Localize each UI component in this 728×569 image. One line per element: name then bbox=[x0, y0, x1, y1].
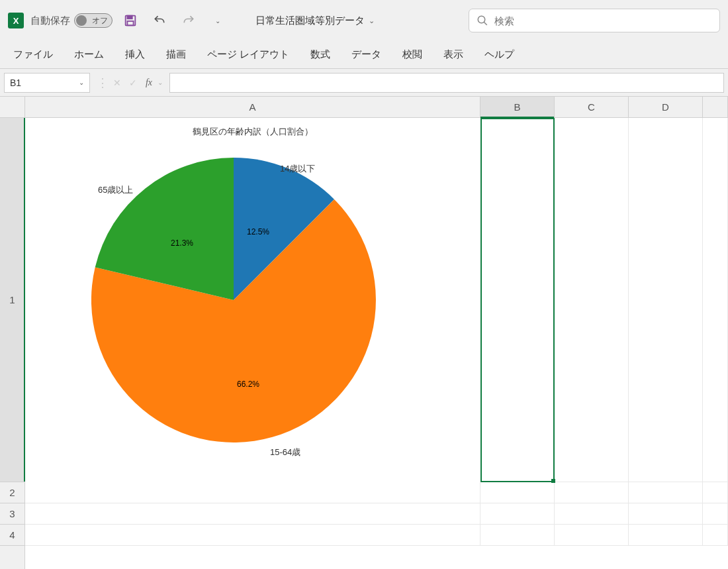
cancel-formula-button[interactable]: ✕ bbox=[110, 76, 124, 90]
cell-E3[interactable] bbox=[703, 503, 728, 524]
cell-C1[interactable] bbox=[555, 118, 629, 482]
cell-B3[interactable] bbox=[480, 503, 555, 524]
chart-data-label-65over: 21.3% bbox=[171, 238, 193, 248]
tab-draw[interactable]: 描画 bbox=[156, 42, 197, 68]
fx-button[interactable]: fx bbox=[142, 76, 156, 90]
select-all-corner[interactable] bbox=[0, 97, 25, 118]
cell-C3[interactable] bbox=[555, 503, 629, 524]
chart-title: 鶴見区の年齢内訳（人口割合） bbox=[33, 126, 473, 138]
cell-C4[interactable] bbox=[555, 525, 629, 545]
column-header-C[interactable]: C bbox=[555, 97, 629, 117]
row-header-3[interactable]: 3 bbox=[0, 503, 24, 525]
name-box[interactable]: B1 ⌄ bbox=[4, 73, 90, 93]
autosave-label: 自動保存 bbox=[30, 15, 70, 27]
chevron-down-icon: ⌄ bbox=[215, 17, 220, 25]
chart-data-label-15-64: 66.2% bbox=[237, 380, 259, 389]
filename-button[interactable]: 日常生活圏域等別データ ⌄ bbox=[255, 15, 375, 27]
enter-formula-button[interactable]: ✓ bbox=[126, 76, 140, 90]
tab-review[interactable]: 校閲 bbox=[392, 42, 433, 68]
svg-point-3 bbox=[478, 16, 485, 23]
cell-A4[interactable] bbox=[25, 525, 480, 545]
ribbon-tabs: ファイル ホーム 挿入 描画 ページ レイアウト 数式 データ 校閲 表示 ヘル… bbox=[0, 41, 728, 69]
cell-A2[interactable] bbox=[25, 482, 480, 503]
autosave-toggle[interactable]: オフ bbox=[74, 13, 113, 28]
cell-E2[interactable] bbox=[703, 482, 728, 503]
cell-A3[interactable] bbox=[25, 503, 480, 524]
tab-insert[interactable]: 挿入 bbox=[114, 42, 156, 68]
chevron-down-icon: ⌄ bbox=[369, 17, 375, 25]
tab-formulas[interactable]: 数式 bbox=[300, 42, 341, 68]
cell-B2[interactable] bbox=[480, 482, 555, 503]
chart-data-label-14under: 12.5% bbox=[247, 227, 269, 236]
search-input[interactable] bbox=[469, 9, 720, 32]
tab-page-layout[interactable]: ページ レイアウト bbox=[197, 42, 300, 68]
cell-C2[interactable] bbox=[555, 482, 629, 503]
undo-button[interactable] bbox=[148, 9, 171, 32]
tab-help[interactable]: ヘルプ bbox=[474, 42, 525, 68]
tab-home[interactable]: ホーム bbox=[64, 42, 114, 68]
cell-D3[interactable] bbox=[629, 503, 703, 524]
save-button[interactable] bbox=[119, 9, 142, 32]
chart-label-14under: 14歳以下 bbox=[280, 163, 315, 175]
cell-D4[interactable] bbox=[629, 525, 703, 545]
redo-button[interactable] bbox=[177, 9, 200, 32]
filename-text: 日常生活圏域等別データ bbox=[255, 15, 365, 27]
column-header-A[interactable]: A bbox=[25, 97, 480, 117]
formula-input[interactable] bbox=[169, 73, 724, 93]
cell-E1[interactable] bbox=[703, 118, 728, 482]
qat-dropdown[interactable]: ⌄ bbox=[206, 9, 229, 32]
svg-line-4 bbox=[484, 22, 487, 25]
cell-D1[interactable] bbox=[629, 118, 703, 482]
excel-app-icon: X bbox=[8, 13, 24, 28]
tab-view[interactable]: 表示 bbox=[433, 42, 474, 68]
cell-D2[interactable] bbox=[629, 482, 703, 503]
svg-rect-2 bbox=[127, 21, 133, 25]
chart-label-15-64: 15-64歳 bbox=[270, 446, 300, 458]
cell-B1[interactable] bbox=[480, 118, 555, 482]
svg-rect-1 bbox=[127, 16, 132, 19]
column-header-B[interactable]: B bbox=[480, 97, 555, 117]
autosave-state: オフ bbox=[92, 15, 108, 26]
column-header-D[interactable]: D bbox=[629, 97, 703, 117]
row-header-4[interactable]: 4 bbox=[0, 525, 24, 546]
name-box-value: B1 bbox=[10, 78, 21, 88]
cell-B4[interactable] bbox=[480, 525, 555, 545]
row-header-2[interactable]: 2 bbox=[0, 482, 24, 503]
chart-label-65over: 65歳以上 bbox=[98, 184, 133, 196]
search-icon bbox=[477, 15, 488, 28]
chevron-down-icon: ⌄ bbox=[158, 79, 163, 86]
row-header-1[interactable]: 1 bbox=[0, 118, 24, 482]
tab-data[interactable]: データ bbox=[341, 42, 392, 68]
chevron-down-icon: ⌄ bbox=[79, 79, 84, 86]
pie-chart[interactable]: 鶴見区の年齢内訳（人口割合） 14歳以下 bbox=[25, 118, 480, 482]
cells-grid[interactable]: 鶴見区の年齢内訳（人口割合） 14歳以下 bbox=[25, 118, 728, 569]
tab-file[interactable]: ファイル bbox=[3, 42, 64, 68]
cell-E4[interactable] bbox=[703, 525, 728, 545]
column-header-extra[interactable] bbox=[703, 97, 728, 117]
